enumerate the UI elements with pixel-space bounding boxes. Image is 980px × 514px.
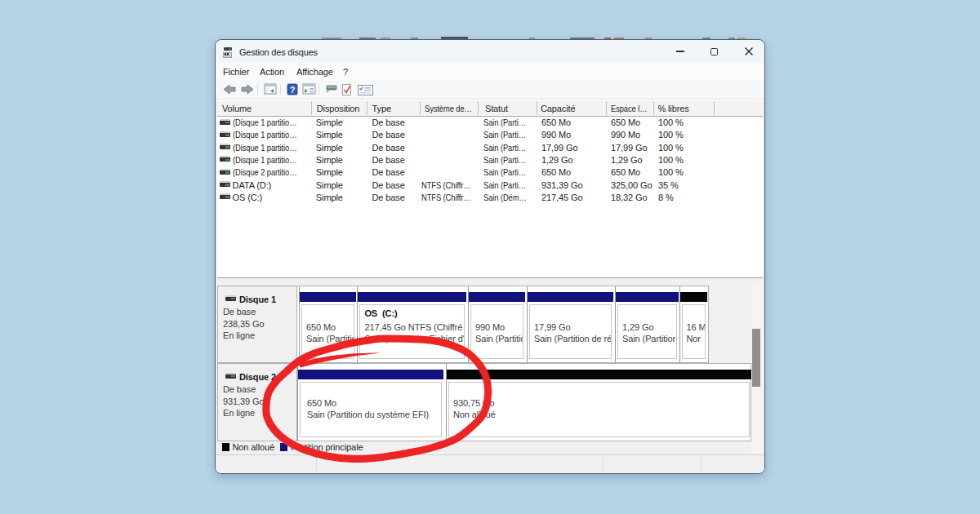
svg-text:?: ? [290,85,296,95]
